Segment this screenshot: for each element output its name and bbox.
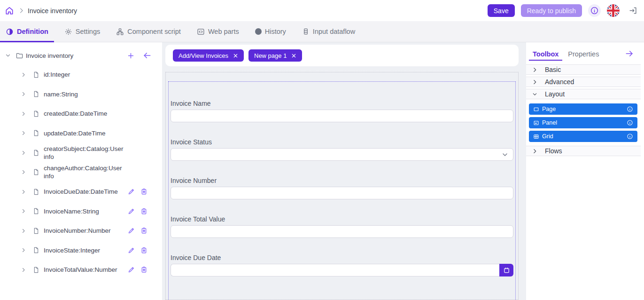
tree-item[interactable]: InvoiceTotalValue:Number xyxy=(0,260,162,280)
delete-attribute-icon[interactable] xyxy=(140,227,148,235)
tree-item[interactable]: updateDate:DateTime xyxy=(0,124,162,143)
tab-settings[interactable]: Settings xyxy=(59,21,106,42)
edit-attribute-icon[interactable] xyxy=(127,266,135,274)
tab-properties[interactable]: Properties xyxy=(563,44,604,63)
tab-definition[interactable]: Definition xyxy=(0,21,54,42)
invoice-due-date-input[interactable] xyxy=(171,264,499,276)
file-icon xyxy=(32,246,40,254)
invoice-number-input[interactable] xyxy=(171,187,513,199)
chevron-right-icon[interactable] xyxy=(21,189,26,195)
tree-item[interactable]: createdDate:DateTime xyxy=(0,104,162,124)
chevron-right-icon xyxy=(532,148,538,154)
page-tab-label: Add/View Invoices xyxy=(178,52,228,59)
tab-input-dataflow[interactable]: Input dataflow xyxy=(296,21,361,42)
info-icon[interactable] xyxy=(627,106,633,112)
form-field-invoice-total-value: Invoice Total Value xyxy=(171,215,513,238)
delete-attribute-icon[interactable] xyxy=(140,188,148,196)
home-icon[interactable] xyxy=(3,4,16,17)
section-label: Layout xyxy=(545,90,565,98)
tab-web-parts[interactable]: History Web parts xyxy=(191,21,245,42)
tool-grid[interactable]: Grid xyxy=(529,131,637,142)
info-icon[interactable] xyxy=(627,119,633,126)
tree-item[interactable]: InvoiceDueDate:DateTime xyxy=(0,182,162,202)
chevron-right-icon[interactable] xyxy=(21,228,26,234)
chevron-right-icon[interactable] xyxy=(21,111,26,117)
tab-component-script[interactable]: Component script xyxy=(110,21,186,42)
page-tab-add-view-invoices[interactable]: Add/View Invoices xyxy=(173,49,244,62)
chevron-right-icon[interactable] xyxy=(21,169,26,175)
tree-item[interactable]: InvoiceName:String xyxy=(0,202,162,221)
chevron-down-icon[interactable] xyxy=(5,52,11,59)
form-field-invoice-name: Invoice Name xyxy=(171,100,513,122)
tab-toolbox[interactable]: Toolbox xyxy=(528,44,563,63)
chevron-right-icon xyxy=(532,79,538,85)
invoice-status-select[interactable] xyxy=(171,148,513,161)
page-tab-new-page-1[interactable]: New page 1 xyxy=(248,49,302,62)
delete-attribute-icon[interactable] xyxy=(140,246,148,254)
calendar-icon xyxy=(503,267,510,274)
component-script-icon xyxy=(116,28,124,36)
field-label: Invoice Number xyxy=(171,177,513,184)
language-flag-icon[interactable] xyxy=(607,4,620,17)
invoice-name-input[interactable] xyxy=(171,110,513,122)
chevron-right-icon[interactable] xyxy=(21,72,26,78)
tree-item[interactable]: changeAuthor:Catalog:User info xyxy=(0,163,162,182)
close-icon[interactable] xyxy=(233,53,238,58)
form-field-invoice-due-date: Invoice Due Date xyxy=(171,254,513,276)
tool-panel[interactable]: Panel xyxy=(529,117,637,128)
toolbox-section-flows[interactable]: Flows xyxy=(526,146,641,156)
tree-item-label: id:Integer xyxy=(44,71,148,79)
collapse-sidebar-arrow-icon[interactable] xyxy=(142,51,152,60)
delete-attribute-icon[interactable] xyxy=(140,207,148,215)
toolbox-section-basic[interactable]: Basic xyxy=(526,64,641,75)
tree-root-label: Invoice inventory xyxy=(26,52,73,59)
toolbox-section-layout[interactable]: Layout xyxy=(526,89,641,99)
expand-panel-arrow-icon[interactable] xyxy=(625,49,634,58)
tree-root-row[interactable]: Invoice inventory xyxy=(0,46,162,65)
invoice-total-value-input[interactable] xyxy=(171,225,513,238)
tab-history[interactable]: History xyxy=(249,21,292,42)
history-icon xyxy=(255,28,262,35)
close-icon[interactable] xyxy=(291,53,296,58)
ready-to-publish-button[interactable]: Ready to publish xyxy=(521,4,582,17)
delete-attribute-icon[interactable] xyxy=(140,266,148,274)
web-parts-code-icon xyxy=(197,28,205,36)
chevron-right-icon[interactable] xyxy=(21,150,26,156)
tree-item[interactable]: InvoiceState:Integer xyxy=(0,241,162,261)
settings-gear-icon xyxy=(64,28,72,36)
tree-item-label: name:String xyxy=(44,90,148,98)
chevron-right-icon[interactable] xyxy=(21,130,26,136)
tree-item[interactable]: id:Integer xyxy=(0,65,162,85)
file-icon xyxy=(32,71,40,79)
tree-item[interactable]: name:String xyxy=(0,85,162,104)
edit-attribute-icon[interactable] xyxy=(127,227,135,235)
add-attribute-icon[interactable] xyxy=(127,52,135,60)
info-icon[interactable] xyxy=(627,133,633,140)
toolbox-section-advanced[interactable]: Advanced xyxy=(526,77,641,87)
tab-label: Web parts xyxy=(208,28,239,35)
info-icon[interactable] xyxy=(588,4,601,17)
edit-attribute-icon[interactable] xyxy=(127,188,135,196)
chevron-right-icon[interactable] xyxy=(21,91,26,97)
layout-tools: Page Panel Grid xyxy=(526,99,641,146)
tool-page[interactable]: Page xyxy=(529,103,637,115)
panel-drop-zone[interactable]: Invoice Name Invoice Status I xyxy=(168,81,516,300)
chevron-right-icon[interactable] xyxy=(21,208,26,214)
calendar-button[interactable] xyxy=(499,264,513,276)
tree-item[interactable]: InvoiceNumber:Number xyxy=(0,221,162,241)
file-icon xyxy=(32,266,40,274)
edit-attribute-icon[interactable] xyxy=(127,246,135,254)
save-button[interactable]: Save xyxy=(488,4,515,17)
chevron-right-icon[interactable] xyxy=(21,247,26,253)
chevron-right-icon xyxy=(532,67,538,73)
tool-label: Panel xyxy=(542,119,557,126)
edit-attribute-icon[interactable] xyxy=(127,207,135,215)
file-icon xyxy=(32,188,40,196)
page-drop-zone: Invoice Name Invoice Status I xyxy=(165,72,519,300)
section-label: Basic xyxy=(545,66,561,73)
logout-icon[interactable] xyxy=(628,6,637,15)
breadcrumb-chevron-icon xyxy=(18,7,25,14)
chevron-right-icon[interactable] xyxy=(21,267,26,273)
section-label: Flows xyxy=(545,147,562,155)
tree-item[interactable]: creatorSubject:Catalog:User info xyxy=(0,143,162,163)
